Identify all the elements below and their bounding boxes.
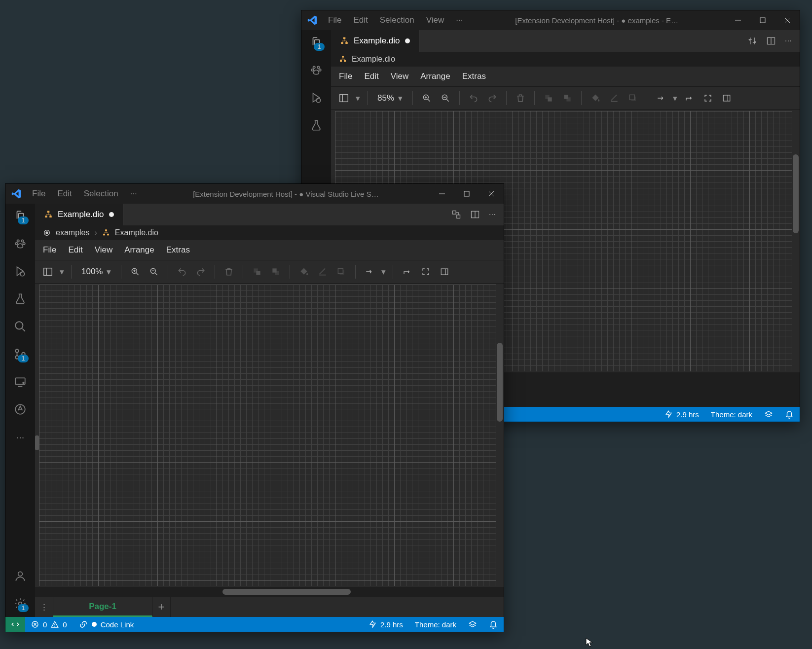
feedback-icon[interactable] xyxy=(462,620,483,629)
remote-icon[interactable] xyxy=(13,374,28,389)
drawio-file[interactable]: File xyxy=(43,245,56,255)
sidebar-toggle-icon[interactable] xyxy=(41,265,55,279)
menu-overflow[interactable]: ··· xyxy=(451,13,468,27)
redo-icon[interactable] xyxy=(485,91,499,105)
tab-example[interactable]: Example.dio xyxy=(35,204,123,225)
shadow-icon[interactable] xyxy=(334,265,348,279)
zoom-level[interactable]: 100%▾ xyxy=(78,267,114,277)
status-codelink[interactable]: Code Link xyxy=(73,620,140,629)
connection-icon[interactable] xyxy=(363,265,376,279)
zoom-out-icon[interactable] xyxy=(439,91,452,105)
format-panel-icon[interactable] xyxy=(438,265,451,279)
source-control-icon[interactable]: 1 xyxy=(13,347,28,361)
status-problems[interactable]: 0 0 xyxy=(25,620,73,629)
more-icon[interactable]: ··· xyxy=(489,210,496,219)
minimize-button[interactable] xyxy=(726,10,750,30)
maximize-button[interactable] xyxy=(750,10,775,30)
waypoint-icon[interactable] xyxy=(682,91,696,105)
debug-icon[interactable] xyxy=(309,90,324,105)
debug-icon[interactable] xyxy=(13,264,28,279)
stroke-icon[interactable] xyxy=(316,265,330,279)
vertical-scrollbar[interactable] xyxy=(497,343,503,422)
stroke-icon[interactable] xyxy=(607,91,621,105)
collapse-handle[interactable] xyxy=(35,435,39,450)
gear-icon[interactable]: 1 xyxy=(13,596,28,611)
fill-icon[interactable] xyxy=(297,265,311,279)
status-theme[interactable]: Theme: dark xyxy=(705,410,758,419)
crumb-folder[interactable]: examples xyxy=(56,228,89,237)
drawio-extras[interactable]: Extras xyxy=(462,72,486,81)
fullscreen-icon[interactable] xyxy=(419,265,433,279)
drawio-arrange[interactable]: Arrange xyxy=(124,245,154,255)
undo-icon[interactable] xyxy=(175,265,189,279)
split-icon[interactable] xyxy=(766,36,776,46)
page-menu-icon[interactable]: ⋮ xyxy=(35,597,53,617)
connection-icon[interactable] xyxy=(654,91,668,105)
sidebar-toggle-icon[interactable] xyxy=(337,91,351,105)
vertical-scrollbar[interactable] xyxy=(793,154,799,233)
remote-button[interactable] xyxy=(5,617,25,632)
bell-icon[interactable] xyxy=(779,410,800,419)
paw-icon[interactable] xyxy=(309,63,324,77)
menu-selection[interactable]: Selection xyxy=(79,187,123,201)
crumb-file[interactable]: Example.dio xyxy=(352,55,395,64)
add-page-icon[interactable]: + xyxy=(152,597,171,617)
explorer-icon[interactable]: 1 xyxy=(309,35,324,50)
bell-icon[interactable] xyxy=(483,620,504,629)
search-icon[interactable] xyxy=(13,319,28,334)
page-tab[interactable]: Page-1 xyxy=(53,597,152,617)
liveshare-icon[interactable] xyxy=(13,402,28,417)
to-front-icon[interactable] xyxy=(250,265,264,279)
delete-icon[interactable] xyxy=(222,265,236,279)
fill-icon[interactable] xyxy=(589,91,602,105)
format-panel-icon[interactable] xyxy=(720,91,734,105)
beaker-icon[interactable] xyxy=(13,291,28,306)
menu-view[interactable]: View xyxy=(421,13,449,27)
menu-selection[interactable]: Selection xyxy=(375,13,419,27)
maximize-button[interactable] xyxy=(454,184,479,204)
crumb-file[interactable]: Example.dio xyxy=(115,228,158,237)
to-back-icon[interactable] xyxy=(269,265,283,279)
beaker-icon[interactable] xyxy=(309,118,324,133)
drawio-view[interactable]: View xyxy=(95,245,113,255)
to-front-icon[interactable] xyxy=(542,91,555,105)
redo-icon[interactable] xyxy=(194,265,208,279)
zoom-out-icon[interactable] xyxy=(147,265,161,279)
waypoint-icon[interactable] xyxy=(400,265,414,279)
account-icon[interactable] xyxy=(13,569,28,583)
menu-edit[interactable]: Edit xyxy=(348,13,372,27)
status-hours[interactable]: 2.9 hrs xyxy=(659,410,705,419)
close-button[interactable] xyxy=(479,184,504,204)
zoom-in-icon[interactable] xyxy=(420,91,434,105)
compare-icon[interactable] xyxy=(451,210,461,219)
menu-file[interactable]: File xyxy=(27,187,50,201)
more-icon[interactable]: ··· xyxy=(785,36,792,46)
shadow-icon[interactable] xyxy=(626,91,640,105)
drawio-edit[interactable]: Edit xyxy=(364,72,378,81)
drawio-extras[interactable]: Extras xyxy=(166,245,190,255)
delete-icon[interactable] xyxy=(514,91,527,105)
explorer-icon[interactable]: 1 xyxy=(13,209,28,223)
drawio-arrange[interactable]: Arrange xyxy=(420,72,450,81)
menu-edit[interactable]: Edit xyxy=(52,187,76,201)
tab-example[interactable]: Example.dio xyxy=(331,30,419,52)
undo-icon[interactable] xyxy=(467,91,480,105)
drawio-file[interactable]: File xyxy=(339,72,352,81)
close-button[interactable] xyxy=(775,10,800,30)
drawio-view[interactable]: View xyxy=(391,72,409,81)
split-icon[interactable] xyxy=(470,210,480,219)
canvas[interactable] xyxy=(39,285,496,586)
drawio-edit[interactable]: Edit xyxy=(68,245,82,255)
to-back-icon[interactable] xyxy=(560,91,574,105)
more-icon[interactable]: ··· xyxy=(13,430,28,444)
fullscreen-icon[interactable] xyxy=(701,91,715,105)
menu-file[interactable]: File xyxy=(323,13,346,27)
feedback-icon[interactable] xyxy=(758,410,779,419)
paw-icon[interactable] xyxy=(13,236,28,251)
menu-overflow[interactable]: ··· xyxy=(125,187,142,201)
status-hours[interactable]: 2.9 hrs xyxy=(363,620,409,629)
compare-icon[interactable] xyxy=(747,36,757,46)
horizontal-scrollbar[interactable] xyxy=(222,589,351,595)
zoom-level[interactable]: 85%▾ xyxy=(374,93,406,104)
zoom-in-icon[interactable] xyxy=(128,265,142,279)
